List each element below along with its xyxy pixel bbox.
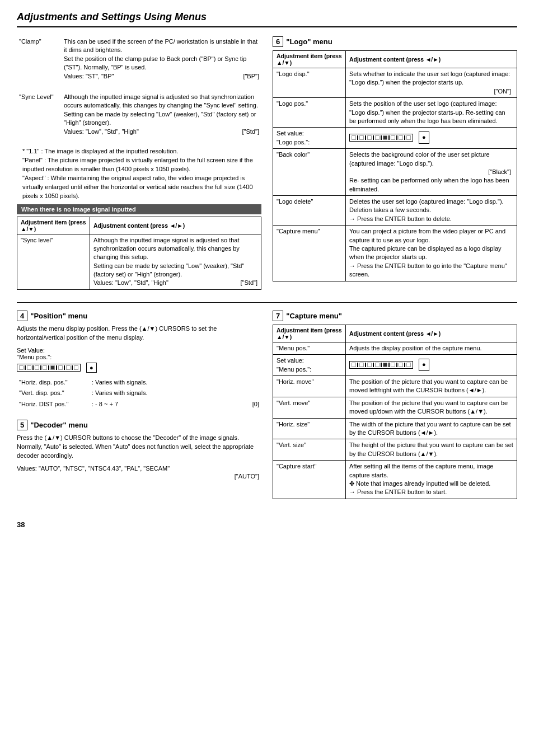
capture-item-4: "Vert. size"	[273, 439, 346, 461]
asterisk-notes: * "1.1" : The image is displayed at the …	[22, 147, 261, 201]
logo-content-0: Sets whether to indicate the user set lo…	[346, 68, 517, 98]
section7-title: "Capture menu"	[286, 312, 342, 320]
logo-content-2: Selects the background color of the user…	[346, 149, 517, 196]
capture-item-0: "Menu pos."	[273, 342, 346, 354]
sync-level-section: "Sync Level" Although the inputted image…	[17, 92, 261, 137]
no-signal-row-0: "Sync level" Although the inputted image…	[17, 234, 261, 289]
capture-content-5: After setting all the items of the captu…	[346, 461, 517, 499]
capture-item-5: "Capture start"	[273, 461, 346, 499]
section4: 4 "Position" menu Adjusts the menu displ…	[17, 311, 261, 410]
no-signal-item-0: "Sync level"	[17, 234, 90, 289]
position-value-2: : - 8 ~ + 7[0]	[90, 399, 261, 410]
position-item-0: "Horiz. disp. pos." : Varies with signal…	[17, 377, 261, 388]
capture-content-4: The height of the picture that you want …	[346, 439, 517, 461]
clamp-label: "Clamp"	[17, 36, 62, 82]
no-signal-content-0: Although the inputted image signal is ad…	[90, 234, 261, 289]
section6: 6 "Logo" menu Adjustment item (press ▲/▼…	[273, 36, 517, 281]
section5-default: ["AUTO"]	[17, 473, 261, 480]
position-slider: ●	[17, 363, 261, 373]
capture-content-2: The position of the picture that you wan…	[346, 397, 517, 418]
no-signal-table: Adjustment item (press ▲/▼) Adjustment c…	[17, 217, 261, 290]
logo-menu-table: Adjustment item (press ▲/▼) Adjustment c…	[273, 50, 517, 281]
capture-slider-cell: ●	[346, 355, 517, 376]
clamp-desc: This can be used if the screen of the PC…	[62, 36, 261, 82]
logo-item-1: "Logo pos."	[273, 98, 346, 128]
section4-desc: Adjusts the menu display position. Press…	[17, 325, 261, 342]
position-item-2: "Horiz. DIST pos." : - 8 ~ + 7[0]	[17, 399, 261, 410]
no-signal-header1: Adjustment item (press ▲/▼)	[17, 217, 90, 234]
capture-row-0: "Menu pos." Adjusts the display position…	[273, 342, 517, 354]
position-value-1: : Varies with signals.	[90, 388, 261, 398]
section7: 7 "Capture menu" Adjustment item (press …	[273, 311, 517, 499]
section5-values: Values: "AUTO", "NTSC", "NTSC4.43", "PAL…	[17, 465, 261, 472]
sync-level-desc: Although the inputted image signal is ad…	[62, 92, 261, 137]
logo-header2: Adjustment content (press ◄/►)	[346, 51, 517, 68]
logo-row-2: "Back color" Selects the background colo…	[273, 149, 517, 196]
capture-row-3: "Horiz. size" The width of the picture t…	[273, 418, 517, 439]
position-items-table: "Horiz. disp. pos." : Varies with signal…	[17, 377, 261, 410]
logo-set-value-label: Set value:"Logo pos.":	[273, 128, 346, 149]
logo-row-slider: Set value:"Logo pos.":	[273, 128, 517, 149]
position-label-2: "Horiz. DIST pos."	[17, 399, 90, 410]
capture-row-1: "Horiz. move" The position of the pictur…	[273, 376, 517, 397]
position-label-1: "Vert. disp. pos."	[17, 388, 90, 398]
logo-content-1: Sets the position of the user set logo (…	[346, 98, 517, 128]
capture-content-0: Adjusts the display position of the capt…	[346, 342, 517, 354]
logo-row-4: "Capture menu" You can project a picture…	[273, 226, 517, 281]
asterisk-line1: * "1.1" : The image is displayed at the …	[22, 147, 261, 156]
section5-title: "Decoder" menu	[30, 421, 88, 429]
logo-content-4: You can project a picture from the video…	[346, 226, 517, 281]
capture-set-value-label: Set value:"Menu pos.":	[273, 355, 346, 376]
section4-number: 4	[17, 311, 27, 321]
section5: 5 "Decoder" menu Press the (▲/▼) CURSOR …	[17, 420, 261, 480]
section5-number: 5	[17, 420, 27, 430]
capture-row-5: "Capture start" After setting all the it…	[273, 461, 517, 499]
clamp-row: "Clamp" This can be used if the screen o…	[17, 36, 261, 82]
capture-header1: Adjustment item (press ▲/▼)	[273, 325, 346, 342]
capture-content-1: The position of the picture that you wan…	[346, 376, 517, 397]
section4-title: "Position" menu	[30, 312, 87, 320]
logo-item-4: "Capture menu"	[273, 226, 346, 281]
capture-menu-table: Adjustment item (press ▲/▼) Adjustment c…	[273, 325, 517, 499]
capture-row-4: "Vert. size" The height of the picture t…	[273, 439, 517, 461]
section6-number: 6	[273, 36, 283, 47]
section5-desc: Press the (▲/▼) CURSOR buttons to choose…	[17, 434, 261, 461]
capture-header2: Adjustment content (press ◄/►)	[346, 325, 517, 342]
sync-level-row: "Sync Level" Although the inputted image…	[17, 92, 261, 137]
logo-item-2: "Back color"	[273, 149, 346, 196]
logo-row-1: "Logo pos." Sets the position of the use…	[273, 98, 517, 128]
logo-slider-cell: ●	[346, 128, 517, 149]
capture-item-3: "Horiz. size"	[273, 418, 346, 439]
logo-content-3: Deletes the user set logo (captured imag…	[346, 196, 517, 226]
capture-item-2: "Vert. move"	[273, 397, 346, 418]
logo-header1: Adjustment item (press ▲/▼)	[273, 51, 346, 68]
section4-setvalue: Set Value: "Menu pos.":	[17, 347, 261, 360]
capture-item-1: "Horiz. move"	[273, 376, 346, 397]
no-signal-header2: Adjustment content (press ◄/►)	[90, 217, 261, 234]
section7-number: 7	[273, 311, 283, 321]
logo-item-0: "Logo disp."	[273, 68, 346, 98]
capture-row-2: "Vert. move" The position of the picture…	[273, 397, 517, 418]
logo-item-3: "Logo delete"	[273, 196, 346, 226]
sync-level-label: "Sync Level"	[17, 92, 62, 137]
logo-row-0: "Logo disp." Sets whether to indicate th…	[273, 68, 517, 98]
page-title: Adjustments and Settings Using Menus	[17, 11, 517, 27]
clamp-section: "Clamp" This can be used if the screen o…	[17, 36, 261, 82]
capture-content-3: The width of the picture that you want t…	[346, 418, 517, 439]
capture-row-slider: Set value:"Menu pos.":	[273, 355, 517, 376]
signal-banner: When there is no image signal inputted	[17, 204, 261, 214]
position-item-1: "Vert. disp. pos." : Varies with signals…	[17, 388, 261, 398]
page-number: 38	[17, 520, 517, 529]
position-value-0: : Varies with signals.	[90, 377, 261, 388]
asterisk-line2: "Panel" : The picture image projected is…	[22, 156, 261, 174]
asterisk-line3: "Aspect" : While maintaining the origina…	[22, 174, 261, 201]
position-label-0: "Horiz. disp. pos."	[17, 377, 90, 388]
section6-title: "Logo" menu	[286, 37, 332, 46]
logo-row-3: "Logo delete" Deletes the user set logo …	[273, 196, 517, 226]
